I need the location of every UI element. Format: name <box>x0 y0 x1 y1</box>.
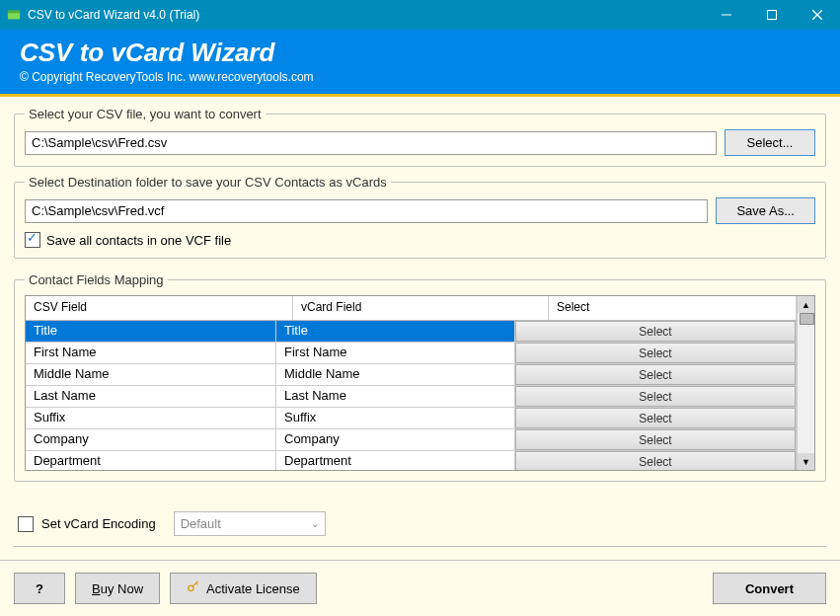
header-vcard-field[interactable]: vCard Field <box>293 296 549 320</box>
titlebar: CSV to vCard Wizard v4.0 (Trial) <box>0 0 840 30</box>
csv-field-cell: First Name <box>26 343 276 363</box>
svg-rect-1 <box>8 11 20 14</box>
destination-path-input[interactable] <box>25 199 708 223</box>
encoding-row: Set vCard Encoding Default ⌄ <box>14 511 826 536</box>
select-mapping-button[interactable]: Select <box>515 343 796 363</box>
select-mapping-button[interactable]: Select <box>515 408 796 428</box>
chevron-down-icon: ⌄ <box>311 518 319 529</box>
vcard-field-cell: Department <box>276 451 515 470</box>
csv-field-cell: Suffix <box>26 408 276 428</box>
mapping-fieldset: Contact Fields Mapping CSV Field vCard F… <box>14 272 826 482</box>
scroll-down-button[interactable]: ▼ <box>798 453 814 470</box>
vcard-field-cell: Middle Name <box>276 364 515 385</box>
vcard-field-cell: First Name <box>276 343 515 363</box>
table-row[interactable]: SuffixSuffixSelect <box>26 408 797 429</box>
table-row[interactable]: CompanyCompanySelect <box>26 429 797 451</box>
header-select[interactable]: Select <box>549 296 797 320</box>
divider <box>14 546 826 547</box>
csv-field-cell: Last Name <box>26 386 276 407</box>
vcard-field-cell: Suffix <box>276 408 515 428</box>
table-row[interactable]: Middle NameMiddle NameSelect <box>26 364 797 386</box>
table-row[interactable]: DepartmentDepartmentSelect <box>26 451 797 470</box>
table-header: CSV Field vCard Field Select <box>26 296 797 321</box>
destination-fieldset: Select Destination folder to save your C… <box>14 175 826 259</box>
svg-line-8 <box>196 582 198 584</box>
vcard-field-cell: Last Name <box>276 386 515 407</box>
source-fieldset: Select your CSV file, you want to conver… <box>14 107 826 167</box>
window-title: CSV to vCard Wizard v4.0 (Trial) <box>28 8 704 22</box>
app-title: CSV to vCard Wizard <box>20 38 820 68</box>
encoding-checkbox[interactable] <box>18 516 34 532</box>
close-button[interactable] <box>795 0 840 30</box>
table-row[interactable]: Last NameLast NameSelect <box>26 386 797 408</box>
vcard-field-cell: Company <box>276 429 515 450</box>
select-mapping-button[interactable]: Select <box>515 321 796 342</box>
buy-now-button[interactable]: Buy Now <box>75 573 160 604</box>
header: CSV to vCard Wizard © Copyright Recovery… <box>0 30 840 97</box>
table-row[interactable]: First NameFirst NameSelect <box>26 343 797 364</box>
app-icon <box>6 7 22 23</box>
svg-rect-3 <box>768 11 777 20</box>
help-button[interactable]: ? <box>14 573 65 604</box>
maximize-icon <box>767 10 777 20</box>
content-area: Select your CSV file, you want to conver… <box>0 97 840 560</box>
encoding-label: Set vCard Encoding <box>41 516 156 531</box>
source-path-input[interactable] <box>25 131 717 155</box>
scroll-thumb[interactable] <box>800 313 814 325</box>
table-scrollbar[interactable]: ▲ ▼ <box>797 296 814 470</box>
select-source-button[interactable]: Select... <box>725 129 815 156</box>
app-window: CSV to vCard Wizard v4.0 (Trial) CSV to … <box>0 0 840 616</box>
header-csv-field[interactable]: CSV Field <box>26 296 293 320</box>
select-mapping-button[interactable]: Select <box>515 429 796 450</box>
scroll-up-button[interactable]: ▲ <box>798 296 814 313</box>
save-one-vcf-label: Save all contacts in one VCF file <box>46 233 231 248</box>
csv-field-cell: Department <box>26 451 276 470</box>
csv-field-cell: Middle Name <box>26 364 276 385</box>
close-icon <box>812 10 822 20</box>
mapping-legend: Contact Fields Mapping <box>25 272 168 287</box>
save-one-vcf-checkbox[interactable] <box>25 232 40 248</box>
csv-field-cell: Company <box>26 429 276 450</box>
maximize-button[interactable] <box>749 0 795 30</box>
activate-license-button[interactable]: Activate License <box>170 573 317 604</box>
footer: ? Buy Now Activate License Convert <box>0 560 840 616</box>
csv-field-cell: Title <box>26 321 276 342</box>
save-as-button[interactable]: Save As... <box>716 197 815 224</box>
source-legend: Select your CSV file, you want to conver… <box>25 107 266 121</box>
select-mapping-button[interactable]: Select <box>515 364 796 385</box>
copyright-text: © Copyright RecoveryTools Inc. www.recov… <box>20 70 820 84</box>
encoding-select[interactable]: Default ⌄ <box>174 511 326 536</box>
key-icon <box>187 580 200 597</box>
convert-button[interactable]: Convert <box>713 573 826 604</box>
minimize-button[interactable] <box>704 0 749 30</box>
table-row[interactable]: TitleTitleSelect <box>26 321 797 343</box>
destination-legend: Select Destination folder to save your C… <box>25 175 391 190</box>
vcard-field-cell: Title <box>276 321 515 342</box>
minimize-icon <box>722 10 731 20</box>
select-mapping-button[interactable]: Select <box>515 386 796 407</box>
encoding-value: Default <box>181 516 221 531</box>
mapping-table: CSV Field vCard Field Select TitleTitleS… <box>25 295 815 471</box>
select-mapping-button[interactable]: Select <box>515 451 796 470</box>
